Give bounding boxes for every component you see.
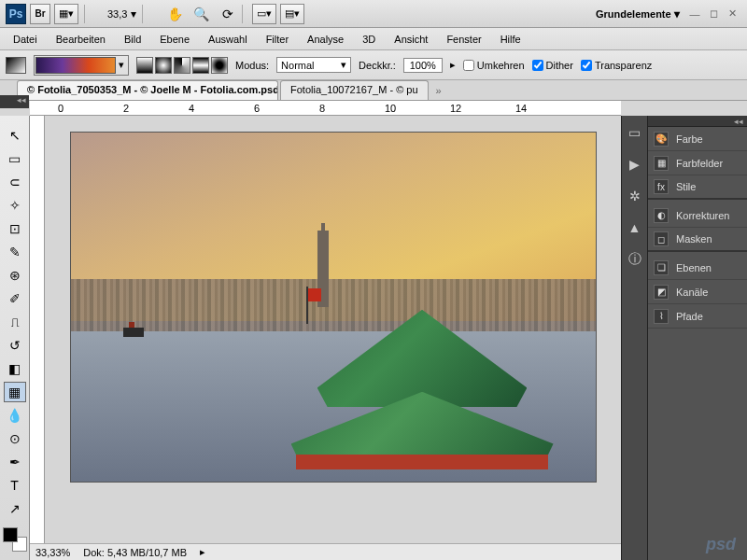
pen-tool-icon[interactable]: ✒ <box>4 452 26 472</box>
heal-tool-icon[interactable]: ⊛ <box>4 265 26 286</box>
rotate-view-icon[interactable]: ⟳ <box>219 6 236 22</box>
gradient-radial-icon[interactable] <box>155 57 172 74</box>
type-tool-icon[interactable]: T <box>4 475 26 496</box>
tool-preset-icon[interactable] <box>6 57 26 74</box>
reverse-checkbox[interactable]: Umkehren <box>463 60 525 71</box>
ruler-vertical[interactable] <box>30 116 45 560</box>
menu-fenster[interactable]: Fenster <box>437 30 490 49</box>
gradient-linear-icon[interactable] <box>136 57 153 74</box>
history-panel-icon[interactable]: ▭ <box>626 123 644 142</box>
panel-collapse-icon[interactable]: ◂◂ <box>648 116 747 127</box>
swatches-icon: ▦ <box>654 156 669 171</box>
gradient-picker-dropdown[interactable]: ▾ <box>116 59 127 71</box>
lasso-tool-icon[interactable]: ⊂ <box>4 172 26 192</box>
move-tool-icon[interactable]: ↖ <box>4 125 26 146</box>
panels-dock: ◂◂ 🎨Farbe ▦Farbfelder fxStile ◐Korrektur… <box>647 116 747 560</box>
canvas-area <box>30 116 621 560</box>
menu-datei[interactable]: Datei <box>4 30 47 49</box>
toolbox: ◂◂ ↖ ▭ ⊂ ✧ ⊡ ✎ ⊛ ✐ ⎍ ↺ ◧ ▦ 💧 ⊙ ✒ T ↗ <box>0 116 30 560</box>
gradient-preview[interactable] <box>35 57 116 74</box>
panel-icon-strip: ▭ ▶ ✲ ▲ ⓘ <box>621 116 647 560</box>
status-arrow-icon[interactable]: ▸ <box>200 546 205 558</box>
wand-tool-icon[interactable]: ✧ <box>4 195 26 216</box>
bridge-button[interactable]: Br <box>30 4 50 24</box>
blend-mode-select[interactable]: Normal▾ <box>276 57 351 73</box>
panel-ebenen[interactable]: ❏Ebenen <box>648 256 747 280</box>
dodge-tool-icon[interactable]: ⊙ <box>4 428 26 449</box>
workspace-switcher[interactable]: Grundelemente ▾ <box>596 7 680 21</box>
history-brush-icon[interactable]: ↺ <box>4 335 26 356</box>
document-image <box>71 133 596 482</box>
menu-analyse[interactable]: Analyse <box>298 30 353 49</box>
options-bar: ▾ Modus: Normal▾ Deckkr.: 100%▸ Umkehren… <box>0 50 747 80</box>
zoom-icon[interactable]: 🔍 <box>193 6 210 22</box>
gradient-tool-icon[interactable]: ▦ <box>4 382 26 402</box>
transparency-checkbox[interactable]: Transparenz <box>581 60 652 71</box>
panel-farbe[interactable]: 🎨Farbe <box>648 127 747 151</box>
title-bar: Ps Br ▦▾ 33,3 ▾ ✋ 🔍 ⟳ ▭▾ ▤▾ Grundelement… <box>0 0 747 28</box>
navigator-panel-icon[interactable]: ✲ <box>626 187 644 205</box>
opacity-input[interactable]: 100% <box>403 58 443 73</box>
eyedropper-tool-icon[interactable]: ✎ <box>4 242 26 262</box>
crop-tool-icon[interactable]: ⊡ <box>4 218 26 239</box>
layers-icon: ❏ <box>654 260 669 275</box>
info-panel-icon[interactable]: ⓘ <box>626 250 644 269</box>
document-tab[interactable]: © Fotolia_7050353_M - © Joelle M - Fotol… <box>17 80 278 100</box>
photoshop-logo-icon: Ps <box>6 4 26 24</box>
gradient-diamond-icon[interactable] <box>211 57 228 74</box>
maximize-button[interactable]: ◻ <box>704 7 723 20</box>
zoom-readout[interactable]: 33,3 ▾ <box>107 7 136 21</box>
watermark: psd <box>706 535 736 554</box>
gradient-reflected-icon[interactable] <box>192 57 209 74</box>
ruler-horizontal[interactable]: 0 2 4 6 8 10 12 14 <box>30 101 621 116</box>
status-zoom[interactable]: 33,33% <box>35 547 70 558</box>
panel-pfade[interactable]: ⌇Pfade <box>648 304 747 329</box>
menu-bearbeiten[interactable]: Bearbeiten <box>47 30 115 49</box>
marquee-tool-icon[interactable]: ▭ <box>4 148 26 169</box>
view-tools: ✋ 🔍 ⟳ <box>167 6 236 22</box>
actions-panel-icon[interactable]: ▶ <box>626 155 644 174</box>
paths-icon: ⌇ <box>654 309 669 324</box>
brush-tool-icon[interactable]: ✐ <box>4 288 26 309</box>
menu-ansicht[interactable]: Ansicht <box>385 30 437 49</box>
menu-filter[interactable]: Filter <box>257 30 298 49</box>
dither-checkbox[interactable]: Dither <box>532 60 573 71</box>
styles-icon: fx <box>654 179 669 194</box>
masks-icon: ◻ <box>654 231 669 246</box>
eraser-tool-icon[interactable]: ◧ <box>4 358 26 379</box>
color-swatches[interactable] <box>3 527 27 552</box>
status-doc-size[interactable]: Dok: 5,43 MB/10,7 MB <box>83 547 187 558</box>
menu-bild[interactable]: Bild <box>115 30 150 49</box>
panel-masken[interactable]: ◻Masken <box>648 228 747 252</box>
panel-farbfelder[interactable]: ▦Farbfelder <box>648 151 747 175</box>
status-bar: 33,33% Dok: 5,43 MB/10,7 MB ▸ <box>30 543 621 560</box>
opacity-label: Deckkr.: <box>359 60 396 71</box>
close-button[interactable]: ✕ <box>723 7 741 20</box>
channels-icon: ◩ <box>654 285 669 300</box>
canvas[interactable] <box>45 116 621 560</box>
adjustments-icon: ◐ <box>654 208 669 223</box>
document-tab[interactable]: Fotolia_10072167_M - © pu <box>280 80 429 100</box>
hand-icon[interactable]: ✋ <box>167 6 184 22</box>
stamp-tool-icon[interactable]: ⎍ <box>4 312 26 332</box>
menu-auswahl[interactable]: Auswahl <box>199 30 257 49</box>
path-select-icon[interactable]: ↗ <box>4 498 26 519</box>
menu-bar: Datei Bearbeiten Bild Ebene Auswahl Filt… <box>0 28 747 50</box>
panel-kanaele[interactable]: ◩Kanäle <box>648 280 747 304</box>
mode-label: Modus: <box>235 60 269 71</box>
panel-korrekturen[interactable]: ◐Korrekturen <box>648 203 747 228</box>
minimize-button[interactable]: — <box>685 8 704 20</box>
menu-ebene[interactable]: Ebene <box>150 30 199 49</box>
arrange-docs-button[interactable]: ▤▾ <box>280 4 304 24</box>
panel-stile[interactable]: fxStile <box>648 175 747 200</box>
document-tabs: © Fotolia_7050353_M - © Joelle M - Fotol… <box>0 80 747 101</box>
menu-hilfe[interactable]: Hilfe <box>491 30 530 49</box>
screen-mode-button[interactable]: ▭▾ <box>252 4 276 24</box>
tabs-overflow-icon[interactable]: » <box>436 85 442 96</box>
menu-3d[interactable]: 3D <box>353 30 385 49</box>
histogram-panel-icon[interactable]: ▲ <box>626 218 644 237</box>
blur-tool-icon[interactable]: 💧 <box>4 405 26 426</box>
toolbox-collapse-icon[interactable]: ◂◂ <box>0 95 29 108</box>
minibridge-button[interactable]: ▦▾ <box>54 4 78 24</box>
gradient-angle-icon[interactable] <box>174 57 190 74</box>
